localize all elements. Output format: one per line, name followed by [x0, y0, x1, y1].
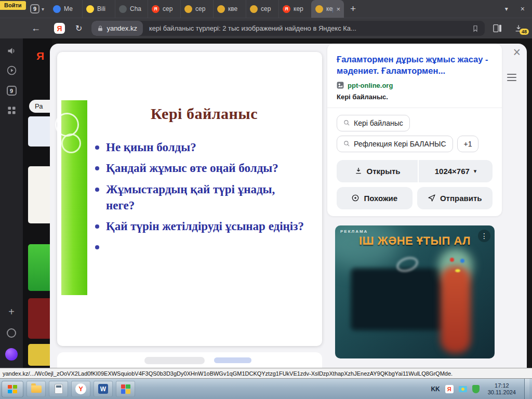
- decorative-ring: [55, 113, 79, 137]
- send-button[interactable]: Отправить: [417, 187, 493, 209]
- ad-tv-image: [353, 270, 442, 328]
- tab[interactable]: кве: [213, 0, 246, 18]
- tab[interactable]: Bili: [82, 0, 115, 18]
- ad-detail-dot: [450, 258, 454, 262]
- tray-shield-icon[interactable]: [472, 385, 480, 393]
- bookmark-icon[interactable]: [472, 24, 479, 33]
- tab[interactable]: сер: [148, 0, 180, 18]
- yandex-browser-button[interactable]: [71, 381, 90, 397]
- tab-active[interactable]: кер: [311, 0, 344, 18]
- browser-side-rail: 9: [0, 38, 23, 368]
- content-area: 9 Ра: [0, 38, 532, 368]
- file-explorer-button[interactable]: [26, 381, 46, 397]
- tab-favicon: [250, 5, 258, 13]
- slide-bullet-list: Не қиын болды? Қандай жұмыс өте оңай бол…: [94, 139, 304, 255]
- download-icon: [354, 167, 363, 175]
- apps-grid-icon[interactable]: [7, 106, 16, 115]
- taskbar-clock[interactable]: 17:12 30.11.2024: [485, 382, 519, 396]
- start-button[interactable]: [2, 381, 23, 397]
- more-tags-chip[interactable]: +1: [457, 136, 479, 152]
- login-button[interactable]: Войти: [0, 1, 26, 10]
- video-play-icon[interactable]: [7, 65, 17, 75]
- tray-yandex-icon[interactable]: [445, 385, 454, 393]
- source-site-row: ppt-online.org: [337, 82, 493, 89]
- downloads-button[interactable]: 48: [514, 24, 523, 33]
- ad-detail-dot: [460, 259, 464, 263]
- advertisement[interactable]: РЕКЛАМА ІШ ЖӘНЕ ҰТЫП АЛ: [335, 225, 495, 358]
- tab-favicon: [86, 5, 94, 13]
- system-tray: KK 17:12 30.11.2024: [431, 379, 530, 399]
- source-site-link[interactable]: ppt-online.org: [348, 82, 393, 89]
- app-button[interactable]: [116, 381, 135, 397]
- open-button[interactable]: Открыть: [337, 160, 418, 182]
- result-thumbnail[interactable]: [28, 116, 52, 147]
- new-tab-button[interactable]: [350, 3, 356, 15]
- word-button[interactable]: [94, 381, 113, 397]
- show-desktop-button[interactable]: [524, 379, 529, 399]
- tab[interactable]: кер: [278, 0, 311, 18]
- slide-bullet: Қай түрін жетілдіруді ұсынар едіңіз?: [94, 218, 304, 234]
- tab-favicon: [184, 5, 192, 13]
- result-thumbnail[interactable]: [28, 298, 52, 339]
- tab[interactable]: сер: [246, 0, 278, 18]
- menu-icon[interactable]: [507, 72, 516, 83]
- result-thumbnail[interactable]: [28, 244, 52, 291]
- tab-label: кве: [228, 5, 242, 12]
- partial-filter-chip[interactable]: Ра: [29, 100, 52, 113]
- tray-flag-icon[interactable]: [459, 386, 467, 392]
- alice-assistant-icon[interactable]: [5, 348, 18, 361]
- tab-close-icon[interactable]: [336, 5, 340, 13]
- add-panel-icon[interactable]: [8, 306, 15, 318]
- notifications-icon[interactable]: [7, 47, 16, 55]
- site-security-chip[interactable]: yandex.kz: [91, 21, 143, 36]
- lock-icon: [97, 25, 103, 32]
- search-icon: [343, 119, 350, 126]
- primary-actions: Открыть 1024×767: [337, 160, 493, 182]
- clock-time: 17:12: [488, 382, 516, 389]
- window-close-icon[interactable]: [521, 5, 525, 13]
- chevron-down-icon: [474, 168, 477, 175]
- tab-bar: Войти 9 Ме Bili Cha сер: [0, 0, 532, 18]
- yandex-logo-icon[interactable]: [54, 23, 65, 34]
- source-title-link[interactable]: Ғаламтормен дұрыс жұмыс жасау - мәдениет…: [337, 54, 493, 77]
- calculator-button[interactable]: [49, 381, 68, 397]
- history-icon[interactable]: [7, 328, 16, 338]
- taskbar: KK 17:12 30.11.2024: [0, 379, 532, 399]
- tab-label: сер: [195, 5, 209, 12]
- image-viewer-modal: Кері байланыс Не қиын болды? Қандай жұмы…: [50, 44, 527, 368]
- viewed-image[interactable]: Кері байланыс Не қиын болды? Қандай жұмы…: [57, 52, 322, 346]
- colorful-app-icon: [121, 384, 130, 394]
- close-icon[interactable]: [513, 46, 521, 59]
- tab-groups-badge[interactable]: 9: [7, 86, 17, 96]
- related-link-placeholder[interactable]: [214, 357, 251, 363]
- result-thumbnail[interactable]: [28, 344, 52, 366]
- tab-favicon: [217, 5, 225, 13]
- tag-chip[interactable]: Рефлекция Кері БАЛАНЫС: [337, 136, 453, 152]
- tab-favicon: [315, 5, 323, 13]
- yandex-browser-icon: [75, 383, 86, 394]
- word-icon: [98, 384, 108, 394]
- refresh-button[interactable]: [75, 23, 82, 33]
- side-panels-icon[interactable]: [493, 24, 502, 32]
- resolution-dropdown[interactable]: 1024×767: [419, 160, 493, 182]
- tab-list-icon[interactable]: [505, 5, 508, 12]
- back-button[interactable]: [31, 23, 41, 34]
- result-thumbnail[interactable]: [28, 166, 52, 223]
- calculator-icon: [55, 384, 63, 394]
- downloads-count-badge: 48: [520, 29, 529, 35]
- status-bar: yandex.kz/.../Wc0ejl_zOoVX2Lad0fKI09EXWS…: [0, 368, 532, 379]
- tab[interactable]: Cha: [115, 0, 148, 18]
- send-label: Отправить: [440, 194, 482, 203]
- tab-label: Bili: [97, 5, 111, 12]
- related-query-pill[interactable]: [144, 357, 205, 364]
- tab-counter-button[interactable]: 9: [30, 4, 44, 14]
- tab[interactable]: Ме: [49, 0, 82, 18]
- tag-chip[interactable]: Кері байланыс: [337, 115, 410, 131]
- tab[interactable]: сер: [180, 0, 213, 18]
- url-field[interactable]: yandex.kz кері байланыс түрлері: 2 тыс и…: [91, 21, 485, 36]
- similar-button[interactable]: Похожие: [337, 187, 413, 209]
- language-indicator[interactable]: KK: [431, 385, 440, 393]
- decorative-ring: [61, 134, 81, 153]
- tag-label: Рефлекция Кері БАЛАНЫС: [354, 140, 446, 148]
- next-result-card[interactable]: [57, 352, 322, 368]
